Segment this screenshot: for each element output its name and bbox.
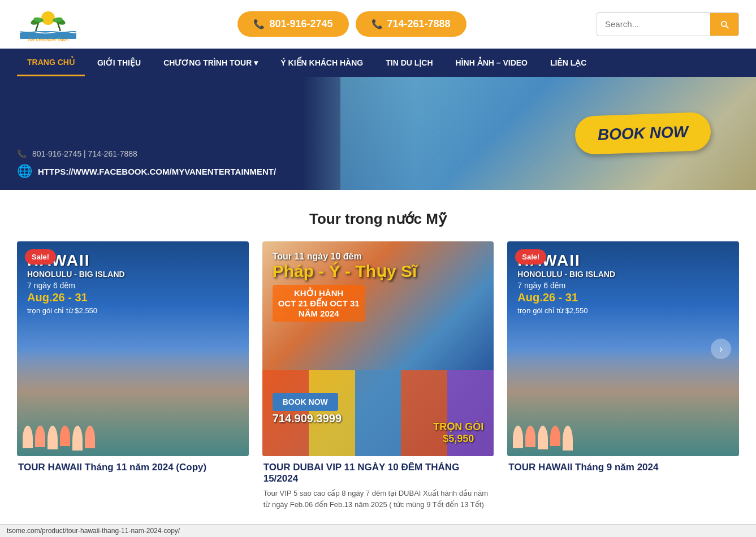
- europe-title-main: Pháp - Ý - Thụy Sĩ: [273, 262, 417, 280]
- status-bar: tsome.com/product/tour-hawaii-thang-11-n…: [0, 524, 756, 532]
- banner: 📞 801-916-2745 | 714-261-7888 🌐 HTTPS://…: [0, 77, 756, 190]
- chevron-down-icon: ▾: [254, 58, 258, 67]
- card-title-3: TOUR HAWAII Tháng 9 năm 2024: [507, 462, 739, 473]
- nav-label-chuong-trinh: CHƯƠNG TRÌNH TOUR: [163, 58, 252, 67]
- logo-area: Viet Celebrities Travel: [17, 6, 107, 42]
- card-title-1: TOUR HAWAII Tháng 11 năm 2024 (Copy): [17, 462, 249, 473]
- search-input[interactable]: [597, 15, 710, 33]
- hawaii-date-1: Aug.26 - 31: [27, 291, 88, 304]
- card-overlay-1: HAWAII HONOLULU - BIG ISLAND 7 ngày 6 đê…: [17, 241, 249, 456]
- tour-card-image-2: Tour 11 ngày 10 đêm Pháp - Ý - Thụy Sĩ K…: [262, 241, 494, 456]
- phone-buttons-area: 📞 801-916-2745 📞 714-261-7888: [116, 11, 587, 37]
- globe-icon: 🌐: [17, 164, 32, 179]
- book-now-card: BOOK NOW: [273, 393, 338, 411]
- group-figures-1: [23, 426, 95, 451]
- person-figure: [513, 426, 523, 448]
- tour-card-hawaii-copy[interactable]: Sale! HAWAII HONOLULU - BIG ISLAND 7 ngà…: [17, 241, 249, 510]
- person-figure: [23, 426, 33, 448]
- person-figure: [35, 426, 45, 447]
- banner-phone-row: 📞 801-916-2745 | 714-261-7888: [17, 149, 276, 158]
- phone-card: 714.909.3999: [273, 412, 342, 425]
- group-photo-area-3: [507, 360, 739, 456]
- site-header: Viet Celebrities Travel 📞 801-916-2745 📞…: [0, 0, 756, 49]
- person-figure: [85, 426, 95, 448]
- tour-card-image-3: Sale! HAWAII HONOLULU - BIG ISLAND 7 ngà…: [507, 241, 739, 456]
- phone-icon-2: 📞: [371, 19, 383, 29]
- book-now-button[interactable]: BOOK NOW: [574, 112, 711, 155]
- card-desc-2: Tour VIP 5 sao cao cấp 8 ngày 7 đêm tại …: [262, 488, 494, 510]
- europe-launch: KHỞI HÀNH OCT 21 ĐẾN OCT 31 NĂM 2024: [273, 285, 365, 322]
- hawaii-days-3: 7 ngày 6 đêm: [517, 281, 565, 290]
- tour-grid: Sale! HAWAII HONOLULU - BIG ISLAND 7 ngà…: [0, 241, 756, 532]
- banner-web-row: 🌐 HTTPS://WWW.FACEBOOK.COM/MYVANENTERTAI…: [17, 164, 276, 179]
- nav-item-tin-du-lich[interactable]: TIN DU LỊCH: [375, 50, 443, 75]
- nav-item-chuong-trinh-tour[interactable]: CHƯƠNG TRÌNH TOUR ▾: [153, 50, 268, 75]
- banner-phone-text: 801-916-2745 | 714-261-7888: [32, 149, 137, 158]
- phone-button-2[interactable]: 📞 714-261-7888: [356, 11, 466, 37]
- group-photo-area-1: [17, 360, 249, 456]
- hawaii-price-1: trọn gói chỉ từ $2,550: [27, 306, 97, 315]
- search-icon: [719, 19, 729, 29]
- phone-icon-1: 📞: [253, 19, 265, 29]
- nav-item-y-kien[interactable]: Ý KIẾN KHÁCH HÀNG: [270, 50, 373, 75]
- hawaii-days-1: 7 ngày 6 đêm: [27, 281, 75, 290]
- phone-button-1[interactable]: 📞 801-916-2745: [237, 11, 348, 37]
- logo-icon: Viet Celebrities Travel: [17, 6, 79, 42]
- europe-title-top: Tour 11 ngày 10 đêm: [273, 252, 362, 262]
- nav-item-hinh-anh[interactable]: HÌNH ẢNH – VIDEO: [446, 50, 538, 75]
- card-overlay-2: Tour 11 ngày 10 đêm Pháp - Ý - Thụy Sĩ K…: [262, 241, 494, 456]
- svg-point-0: [41, 11, 55, 25]
- hawaii-subtitle-3: HONOLULU - BIG ISLAND: [517, 270, 615, 279]
- search-area: [597, 12, 739, 36]
- tour-card-image-1: Sale! HAWAII HONOLULU - BIG ISLAND 7 ngà…: [17, 241, 249, 456]
- phone-icon-banner: 📞: [17, 149, 27, 158]
- banner-right: BOOK NOW: [575, 114, 711, 153]
- svg-text:Viet Celebrities Travel: Viet Celebrities Travel: [28, 38, 70, 42]
- person-figure: [60, 426, 70, 446]
- person-figure: [72, 426, 83, 451]
- tour-card-hawaii-sep[interactable]: Sale! HAWAII HONOLULU - BIG ISLAND 7 ngà…: [507, 241, 739, 510]
- phone-number-1: 801-916-2745: [269, 18, 332, 30]
- nav-item-lien-lac[interactable]: LIÊN LẠC: [540, 50, 597, 75]
- search-button[interactable]: [710, 13, 738, 36]
- person-figure: [538, 426, 548, 449]
- person-figure: [47, 426, 58, 449]
- person-figure: [563, 426, 573, 451]
- sale-badge-1: Sale!: [25, 249, 56, 265]
- person-figure: [550, 426, 560, 446]
- person-figure: [525, 426, 535, 447]
- hawaii-date-3: Aug.26 - 31: [517, 291, 578, 304]
- nav-item-trang-chu[interactable]: TRANG CHỦ: [17, 50, 85, 76]
- card-overlay-3: HAWAII HONOLULU - BIG ISLAND 7 ngày 6 đê…: [507, 241, 739, 456]
- hawaii-subtitle-1: HONOLULU - BIG ISLAND: [27, 270, 125, 279]
- banner-content: 📞 801-916-2745 | 714-261-7888 🌐 HTTPS://…: [17, 149, 276, 179]
- card-title-2: TOUR DUBAI VIP 11 NGÀY 10 ĐÊM THÁNG 15/2…: [262, 462, 494, 484]
- nav-bar: TRANG CHỦ GIỚI THIỆU CHƯƠNG TRÌNH TOUR ▾…: [0, 49, 756, 77]
- tour-card-europe[interactable]: Tour 11 ngày 10 đêm Pháp - Ý - Thụy Sĩ K…: [262, 241, 494, 510]
- banner-website: HTTPS://WWW.FACEBOOK.COM/MYVANENTERTAINM…: [38, 167, 276, 176]
- section-title: Tour trong nước Mỹ: [0, 210, 756, 228]
- status-bar-url: tsome.com/product/tour-hawaii-thang-11-n…: [7, 527, 180, 532]
- hawaii-price-3: trọn gói chỉ từ $2,550: [517, 306, 587, 315]
- group-figures-3: [513, 426, 573, 451]
- phone-number-2: 714-261-7888: [387, 18, 451, 30]
- tron-goi: TRỌN GÓI $5,950: [433, 421, 483, 445]
- sale-badge-3: Sale!: [515, 249, 546, 265]
- nav-item-gioi-thieu[interactable]: GIỚI THIỆU: [87, 50, 151, 75]
- nav-arrow-right[interactable]: ›: [711, 339, 731, 359]
